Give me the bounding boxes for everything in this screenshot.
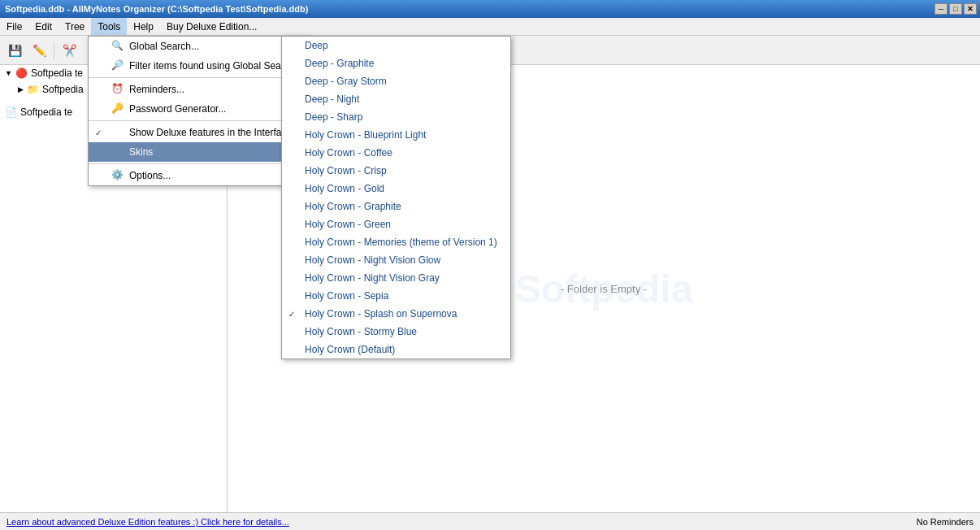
sidebar-label: Softpedia te [20, 106, 72, 118]
skin-holy-crown-blueprint[interactable]: Holy Crown - Blueprint Light [282, 126, 510, 144]
current-skin-checkmark: ✓ [288, 310, 295, 319]
skin-holy-crown-coffee[interactable]: Holy Crown - Coffee [282, 144, 510, 162]
skin-deep-gray-storm[interactable]: Deep - Gray Storm [282, 72, 510, 90]
close-button[interactable]: ✕ [964, 3, 977, 15]
options-icon: ⚙️ [111, 169, 124, 182]
skin-holy-crown-splash[interactable]: ✓ Holy Crown - Splash on Supernova [282, 305, 510, 323]
menu-tools[interactable]: Tools [91, 18, 127, 35]
sidebar-label: Softpedia [42, 84, 84, 95]
window-controls: ─ □ ✕ [934, 3, 977, 15]
search-icon: 🔍 [111, 40, 124, 53]
menu-sep-3 [89, 163, 310, 164]
tools-reminders[interactable]: ⏰ Reminders... [89, 80, 310, 99]
note-icon: 📄 [5, 106, 17, 118]
folder-icon: 📁 [27, 84, 39, 95]
skin-holy-crown-graphite[interactable]: Holy Crown - Graphite [282, 198, 510, 215]
minimize-button[interactable]: ─ [934, 3, 947, 15]
empty-folder-message: - Folder is Empty - [561, 283, 647, 295]
menu-tree[interactable]: Tree [59, 18, 91, 35]
tools-password-gen[interactable]: 🔑 Password Generator... [89, 99, 310, 119]
skin-holy-crown-crisp[interactable]: Holy Crown - Crisp [282, 162, 510, 180]
edit-button[interactable]: ✏️ [28, 39, 50, 62]
skin-holy-crown-memories[interactable]: Holy Crown - Memories (theme of Version … [282, 233, 510, 251]
title-bar: Softpedia.ddb - AllMyNotes Organizer (C:… [0, 0, 980, 18]
window-title: Softpedia.ddb - AllMyNotes Organizer (C:… [5, 4, 308, 14]
reminder-icon: ⏰ [111, 83, 124, 96]
folder-icon: 🔴 [15, 67, 28, 79]
password-icon: 🔑 [111, 102, 124, 115]
status-right: No Reminders [917, 517, 973, 527]
skin-deep-sharp[interactable]: Deep - Sharp [282, 108, 510, 126]
tools-options[interactable]: ⚙️ Options... [89, 166, 310, 185]
menu-bar: File Edit Tree Tools Help Buy Deluxe Edi… [0, 18, 980, 36]
skin-deep[interactable]: Deep [282, 37, 510, 54]
menu-file[interactable]: File [0, 18, 28, 35]
status-left[interactable]: Learn about advanced Deluxe Edition feat… [7, 517, 289, 527]
cut-button[interactable]: ✂️ [58, 39, 80, 62]
skin-holy-crown-night-glow[interactable]: Holy Crown - Night Vision Glow [282, 251, 510, 269]
tools-menu-dropdown: 🔍 Global Search... 🔎 Filter items found … [88, 36, 311, 186]
skin-holy-crown-night-gray[interactable]: Holy Crown - Night Vision Gray [282, 269, 510, 287]
deluxe-icon [111, 126, 124, 139]
skin-icon [111, 146, 124, 159]
skin-holy-crown-default[interactable]: Holy Crown (Default) [282, 341, 510, 358]
expand-icon: ▶ [18, 85, 24, 93]
skin-deep-graphite[interactable]: Deep - Graphite [282, 54, 510, 72]
checkmark-icon: ✓ [95, 128, 102, 137]
expand-icon: ▼ [5, 69, 12, 77]
skin-deep-night[interactable]: Deep - Night [282, 90, 510, 108]
skins-submenu: Deep Deep - Graphite Deep - Gray Storm D… [281, 36, 511, 359]
save-button[interactable]: 💾 [3, 39, 26, 62]
tools-filter-global[interactable]: 🔎 Filter items found using Global Search [89, 56, 310, 76]
sidebar-label: Softpedia te [31, 67, 83, 79]
menu-sep-1 [89, 77, 310, 78]
tools-global-search[interactable]: 🔍 Global Search... [89, 37, 310, 56]
menu-help[interactable]: Help [127, 18, 160, 35]
menu-edit[interactable]: Edit [28, 18, 59, 35]
menu-sep-2 [89, 120, 310, 121]
skin-holy-crown-sepia[interactable]: Holy Crown - Sepia [282, 287, 510, 305]
menu-buy[interactable]: Buy Deluxe Edition... [160, 18, 263, 35]
maximize-button[interactable]: □ [949, 3, 962, 15]
skin-holy-crown-green[interactable]: Holy Crown - Green [282, 215, 510, 233]
skin-holy-crown-gold[interactable]: Holy Crown - Gold [282, 180, 510, 198]
filter-icon: 🔎 [111, 59, 124, 72]
tools-show-deluxe[interactable]: ✓ Show Deluxe features in the Interface [89, 123, 310, 142]
toolbar-separator-1 [54, 41, 54, 59]
status-bar: Learn about advanced Deluxe Edition feat… [0, 512, 980, 530]
skin-holy-crown-stormy[interactable]: Holy Crown - Stormy Blue [282, 323, 510, 341]
tools-skins[interactable]: Skins [89, 142, 310, 162]
